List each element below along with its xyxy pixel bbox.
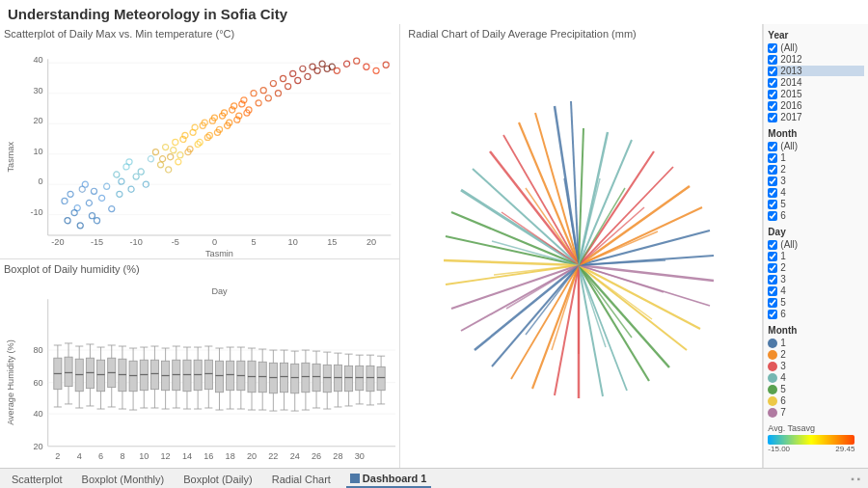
- year-item-2017[interactable]: 2017: [768, 112, 864, 122]
- month-4-checkbox[interactable]: [768, 188, 777, 198]
- day-filter-6[interactable]: 6: [768, 309, 864, 319]
- svg-text:10: 10: [139, 451, 149, 461]
- day-filter-1[interactable]: 1: [768, 251, 864, 261]
- gradient-title: Avg. Tasavg: [768, 423, 864, 433]
- year-2016-checkbox[interactable]: [768, 101, 777, 111]
- svg-rect-271: [366, 366, 374, 392]
- svg-point-80: [300, 66, 306, 71]
- day-2-checkbox[interactable]: [768, 263, 777, 273]
- day-6-checkbox[interactable]: [768, 310, 777, 319]
- month-2-checkbox[interactable]: [768, 165, 777, 175]
- svg-text:80: 80: [33, 346, 42, 356]
- month-filter-all[interactable]: (All): [768, 141, 864, 151]
- svg-text:20: 20: [33, 116, 42, 125]
- year-2012-checkbox[interactable]: [768, 55, 777, 65]
- svg-text:-15: -15: [91, 237, 103, 247]
- svg-point-33: [77, 223, 83, 229]
- svg-point-96: [176, 159, 181, 165]
- year-2017-checkbox[interactable]: [768, 113, 777, 122]
- month-filter-1[interactable]: 1: [768, 152, 864, 163]
- day-filter-5[interactable]: 5: [768, 297, 864, 308]
- svg-point-91: [373, 68, 379, 73]
- month-6-checkbox[interactable]: [768, 211, 777, 221]
- svg-text:16: 16: [203, 451, 213, 461]
- month-legend-2: 2: [768, 349, 864, 360]
- year-2015-checkbox[interactable]: [768, 90, 777, 99]
- svg-rect-196: [204, 361, 212, 390]
- svg-text:24: 24: [290, 451, 300, 461]
- footer-right-controls: ▪ ▪: [851, 474, 860, 484]
- day-filter-4[interactable]: 4: [768, 285, 864, 296]
- svg-point-94: [166, 167, 172, 173]
- month-filter-3[interactable]: 3: [768, 176, 864, 186]
- svg-text:Tasmin: Tasmin: [205, 249, 233, 258]
- year-2014-checkbox[interactable]: [768, 78, 777, 88]
- svg-point-52: [163, 145, 169, 150]
- svg-text:30: 30: [355, 451, 365, 461]
- svg-rect-246: [312, 365, 320, 392]
- month-filter-4[interactable]: 4: [768, 187, 864, 198]
- svg-point-73: [265, 95, 271, 101]
- svg-point-37: [99, 195, 105, 201]
- year-item-2014[interactable]: 2014: [768, 77, 864, 88]
- svg-point-47: [138, 169, 144, 175]
- svg-text:18: 18: [226, 451, 235, 461]
- svg-point-84: [319, 61, 325, 67]
- month-legend-title: Month: [768, 325, 864, 336]
- svg-point-26: [68, 191, 73, 197]
- svg-text:6: 6: [98, 451, 103, 461]
- svg-point-76: [280, 75, 285, 81]
- svg-text:Day: Day: [211, 287, 228, 297]
- day-filter-2[interactable]: 2: [768, 262, 864, 273]
- svg-point-87: [334, 68, 339, 73]
- radial-chart-panel: Radial Chart of Daily Average Precipitat…: [399, 24, 763, 468]
- svg-point-45: [117, 191, 122, 197]
- month-1-checkbox[interactable]: [768, 153, 777, 163]
- svg-point-25: [62, 198, 68, 203]
- svg-point-46: [126, 159, 132, 165]
- year-item-2013[interactable]: 2013: [768, 66, 864, 76]
- month-filter-5[interactable]: 5: [768, 199, 864, 209]
- year-item-all[interactable]: (All): [768, 42, 864, 53]
- svg-line-316: [579, 265, 669, 367]
- day-3-checkbox[interactable]: [768, 275, 777, 285]
- svg-point-36: [91, 188, 96, 194]
- month-5-checkbox[interactable]: [768, 200, 777, 209]
- day-filter-all[interactable]: (All): [768, 239, 864, 250]
- year-item-2012[interactable]: 2012: [768, 54, 864, 65]
- svg-line-336: [526, 265, 579, 335]
- svg-text:4: 4: [77, 451, 82, 461]
- svg-rect-276: [377, 367, 385, 391]
- day-1-checkbox[interactable]: [768, 252, 777, 261]
- tasavg-gradient-container: Avg. Tasavg -15.00 29.45: [768, 423, 864, 453]
- year-2013-checkbox[interactable]: [768, 67, 777, 76]
- month-3-checkbox[interactable]: [768, 176, 777, 186]
- month-legend-7: 7: [768, 407, 864, 418]
- svg-text:2: 2: [55, 451, 60, 461]
- svg-rect-186: [183, 361, 191, 393]
- svg-rect-241: [302, 364, 310, 393]
- month-legend-3: 3: [768, 361, 864, 371]
- svg-rect-146: [97, 361, 105, 393]
- month-legend-section: Month 1 2 3 4 5 6: [768, 325, 864, 418]
- left-column: Scatterplot of Daily Max vs. Min tempera…: [0, 24, 399, 468]
- svg-text:8: 8: [120, 451, 124, 461]
- svg-point-51: [157, 162, 163, 168]
- month-filter-2[interactable]: 2: [768, 164, 864, 175]
- year-all-checkbox[interactable]: [768, 43, 777, 53]
- gradient-labels: -15.00 29.45: [768, 445, 854, 453]
- svg-point-40: [114, 172, 120, 177]
- day-section-title: Day: [768, 227, 864, 237]
- svg-text:10: 10: [33, 147, 42, 156]
- main-area: Scatterplot of Daily Max vs. Min tempera…: [0, 24, 868, 468]
- day-all-checkbox[interactable]: [768, 240, 777, 250]
- page-title: Understanding Meteorology in Sofia City: [0, 0, 868, 24]
- year-item-2015[interactable]: 2015: [768, 89, 864, 99]
- month-all-checkbox[interactable]: [768, 142, 777, 151]
- month-filter-6[interactable]: 6: [768, 210, 864, 221]
- day-5-checkbox[interactable]: [768, 298, 777, 308]
- day-filter-3[interactable]: 3: [768, 274, 864, 285]
- svg-rect-131: [65, 358, 72, 387]
- day-4-checkbox[interactable]: [768, 286, 777, 296]
- year-item-2016[interactable]: 2016: [768, 100, 864, 111]
